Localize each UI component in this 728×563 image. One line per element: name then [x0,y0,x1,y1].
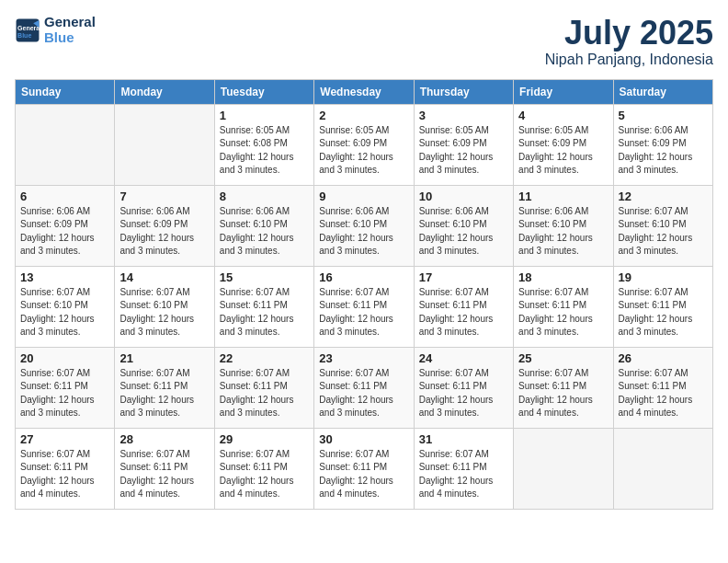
calendar-cell: 15Sunrise: 6:07 AM Sunset: 6:11 PM Dayli… [214,266,313,347]
day-info: Sunrise: 6:05 AM Sunset: 6:09 PM Dayligh… [319,124,408,178]
day-number: 11 [518,190,608,203]
day-info: Sunrise: 6:07 AM Sunset: 6:11 PM Dayligh… [419,286,508,339]
day-info: Sunrise: 6:07 AM Sunset: 6:11 PM Dayligh… [419,367,508,420]
calendar-cell [16,104,115,185]
day-number: 21 [119,351,209,365]
calendar-cell: 20Sunrise: 6:07 AM Sunset: 6:11 PM Dayli… [16,347,115,428]
calendar-cell: 9Sunrise: 6:06 AM Sunset: 6:10 PM Daylig… [314,185,414,266]
calendar-cell: 10Sunrise: 6:06 AM Sunset: 6:10 PM Dayli… [414,185,513,266]
calendar-week-2: 6Sunrise: 6:06 AM Sunset: 6:09 PM Daylig… [16,185,713,266]
calendar-week-5: 27Sunrise: 6:07 AM Sunset: 6:11 PM Dayli… [16,428,713,509]
day-number: 27 [20,432,109,446]
calendar-cell: 11Sunrise: 6:06 AM Sunset: 6:10 PM Dayli… [514,185,613,266]
calendar-cell [613,428,712,509]
day-number: 2 [319,109,408,122]
day-info: Sunrise: 6:06 AM Sunset: 6:09 PM Dayligh… [119,205,209,259]
calendar-cell: 18Sunrise: 6:07 AM Sunset: 6:11 PM Dayli… [514,266,613,347]
day-info: Sunrise: 6:05 AM Sunset: 6:08 PM Dayligh… [220,124,309,178]
column-header-thursday: Thursday [414,79,513,104]
calendar-cell: 17Sunrise: 6:07 AM Sunset: 6:11 PM Dayli… [414,266,513,347]
day-info: Sunrise: 6:07 AM Sunset: 6:11 PM Dayligh… [119,448,209,501]
calendar-cell: 6Sunrise: 6:06 AM Sunset: 6:09 PM Daylig… [16,185,115,266]
day-info: Sunrise: 6:07 AM Sunset: 6:11 PM Dayligh… [619,286,708,339]
calendar-cell: 23Sunrise: 6:07 AM Sunset: 6:11 PM Dayli… [314,347,414,428]
calendar-week-1: 1Sunrise: 6:05 AM Sunset: 6:08 PM Daylig… [16,104,713,185]
location-title: Nipah Panjang, Indonesia [545,52,713,68]
day-number: 5 [619,109,708,122]
calendar-cell: 28Sunrise: 6:07 AM Sunset: 6:11 PM Dayli… [115,428,214,509]
day-number: 1 [220,109,309,122]
day-number: 31 [419,432,508,446]
day-number: 30 [319,432,408,446]
day-number: 16 [319,270,408,284]
month-title: July 2025 [545,15,713,52]
day-number: 29 [220,432,309,446]
column-header-saturday: Saturday [613,79,712,104]
logo-line1: General [44,15,96,30]
calendar-cell: 22Sunrise: 6:07 AM Sunset: 6:11 PM Dayli… [214,347,313,428]
day-info: Sunrise: 6:07 AM Sunset: 6:11 PM Dayligh… [220,367,309,420]
day-number: 9 [319,190,408,203]
day-info: Sunrise: 6:07 AM Sunset: 6:11 PM Dayligh… [619,367,708,420]
calendar-cell: 3Sunrise: 6:05 AM Sunset: 6:09 PM Daylig… [414,104,513,185]
calendar-cell: 12Sunrise: 6:07 AM Sunset: 6:10 PM Dayli… [613,185,712,266]
calendar-cell [115,104,214,185]
calendar-cell: 1Sunrise: 6:05 AM Sunset: 6:08 PM Daylig… [214,104,313,185]
calendar-cell: 26Sunrise: 6:07 AM Sunset: 6:11 PM Dayli… [613,347,712,428]
column-header-sunday: Sunday [16,79,115,104]
day-info: Sunrise: 6:07 AM Sunset: 6:11 PM Dayligh… [518,367,608,420]
logo-icon: General Blue [15,17,40,43]
day-info: Sunrise: 6:05 AM Sunset: 6:09 PM Dayligh… [518,124,608,178]
column-header-monday: Monday [115,79,214,104]
day-info: Sunrise: 6:07 AM Sunset: 6:11 PM Dayligh… [319,286,408,339]
logo-line2: Blue [44,30,96,46]
day-info: Sunrise: 6:07 AM Sunset: 6:11 PM Dayligh… [419,448,508,501]
column-header-tuesday: Tuesday [214,79,313,104]
calendar-cell: 21Sunrise: 6:07 AM Sunset: 6:11 PM Dayli… [115,347,214,428]
title-section: July 2025 Nipah Panjang, Indonesia [545,15,713,68]
calendar-table: SundayMondayTuesdayWednesdayThursdayFrid… [15,79,713,510]
day-info: Sunrise: 6:07 AM Sunset: 6:11 PM Dayligh… [220,448,309,501]
calendar-cell: 30Sunrise: 6:07 AM Sunset: 6:11 PM Dayli… [314,428,414,509]
day-number: 26 [619,351,708,365]
day-number: 8 [220,190,309,203]
day-number: 22 [220,351,309,365]
day-info: Sunrise: 6:06 AM Sunset: 6:10 PM Dayligh… [518,205,608,259]
day-number: 7 [119,190,209,203]
column-header-friday: Friday [514,79,613,104]
calendar-cell: 27Sunrise: 6:07 AM Sunset: 6:11 PM Dayli… [16,428,115,509]
calendar-cell [514,428,613,509]
day-info: Sunrise: 6:07 AM Sunset: 6:11 PM Dayligh… [220,286,309,339]
calendar-cell: 25Sunrise: 6:07 AM Sunset: 6:11 PM Dayli… [514,347,613,428]
day-number: 28 [119,432,209,446]
calendar-cell: 29Sunrise: 6:07 AM Sunset: 6:11 PM Dayli… [214,428,313,509]
calendar-week-3: 13Sunrise: 6:07 AM Sunset: 6:10 PM Dayli… [16,266,713,347]
day-info: Sunrise: 6:07 AM Sunset: 6:11 PM Dayligh… [20,367,109,420]
day-number: 25 [518,351,608,365]
calendar-cell: 14Sunrise: 6:07 AM Sunset: 6:10 PM Dayli… [115,266,214,347]
calendar-header-row: SundayMondayTuesdayWednesdayThursdayFrid… [16,79,713,104]
day-info: Sunrise: 6:07 AM Sunset: 6:10 PM Dayligh… [119,286,209,339]
day-number: 12 [619,190,708,203]
day-number: 3 [419,109,508,122]
day-number: 4 [518,109,608,122]
day-info: Sunrise: 6:06 AM Sunset: 6:10 PM Dayligh… [319,205,408,259]
day-number: 6 [20,190,109,203]
day-number: 18 [518,270,608,284]
calendar-cell: 24Sunrise: 6:07 AM Sunset: 6:11 PM Dayli… [414,347,513,428]
day-number: 23 [319,351,408,365]
calendar-cell: 13Sunrise: 6:07 AM Sunset: 6:10 PM Dayli… [16,266,115,347]
svg-text:Blue: Blue [17,31,31,38]
day-number: 17 [419,270,508,284]
day-info: Sunrise: 6:06 AM Sunset: 6:10 PM Dayligh… [220,205,309,259]
calendar-cell: 19Sunrise: 6:07 AM Sunset: 6:11 PM Dayli… [613,266,712,347]
calendar-cell: 7Sunrise: 6:06 AM Sunset: 6:09 PM Daylig… [115,185,214,266]
day-info: Sunrise: 6:07 AM Sunset: 6:11 PM Dayligh… [319,367,408,420]
day-info: Sunrise: 6:07 AM Sunset: 6:10 PM Dayligh… [619,205,708,259]
calendar-body: 1Sunrise: 6:05 AM Sunset: 6:08 PM Daylig… [16,104,713,509]
page-header: General Blue General Blue July 2025 Nipa… [15,15,713,68]
day-number: 14 [119,270,209,284]
calendar-cell: 31Sunrise: 6:07 AM Sunset: 6:11 PM Dayli… [414,428,513,509]
day-info: Sunrise: 6:07 AM Sunset: 6:11 PM Dayligh… [319,448,408,501]
day-info: Sunrise: 6:07 AM Sunset: 6:11 PM Dayligh… [20,448,109,501]
